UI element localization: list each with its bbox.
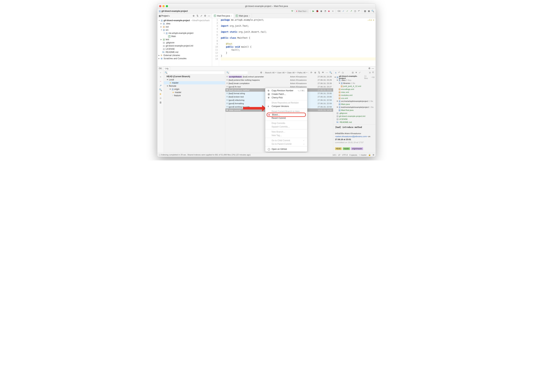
git-branch-status[interactable]: ⑂ master [359,154,367,156]
star-icon[interactable]: ★ [159,93,162,95]
local-group[interactable]: ▼Local [164,78,225,81]
more-icon[interactable]: ⋯ [325,71,328,74]
tree-item[interactable]: ▤git-bisect-example-project.iml [157,44,212,47]
tree-item[interactable]: CMain [157,35,212,38]
lock-icon[interactable]: 🔒 [368,154,371,156]
menu-cherry-pick[interactable]: ⊕Cherry-Pick [265,96,307,99]
filter-icon[interactable]: ⚙ [260,71,263,74]
cursor-position[interactable]: 14:1 [333,154,336,156]
code-area[interactable]: 1234567891011121314 package me.artspb.ex… [212,18,376,66]
branch-search-input[interactable] [168,71,224,74]
tag-origin-master[interactable]: origin/master [351,147,363,150]
tag-master[interactable]: master [343,147,350,150]
breadcrumb[interactable]: ▥ git-bisect-example-project [159,10,188,12]
change-file[interactable]: ▤ vcs.xml [333,97,376,100]
tree-item[interactable]: ▶⊞Scratches and Consoles [157,57,212,60]
close-icon[interactable]: × [231,15,232,17]
search-everywhere-icon[interactable]: ▦ [364,10,366,13]
expand-all-icon[interactable]: ⇲ [368,71,371,74]
tab-main[interactable]: CMain.java× [234,14,252,18]
revert-icon[interactable]: ↶ [338,71,341,74]
gear-icon[interactable]: ⚙ [204,14,206,17]
menu-open-github[interactable]: ◯Open on GitHub [265,147,307,151]
vcs-rollback-icon[interactable]: ↶ [357,10,360,13]
filter-date[interactable]: Date: All [287,72,295,74]
remote-group[interactable]: ▼Remote [164,84,225,88]
search-icon[interactable]: 🔍 [371,10,374,13]
collapse-all-icon[interactable]: ⇱ [372,71,374,74]
change-file[interactable]: ▤ misc.xml [333,91,376,93]
commit-row[interactable]: [bad] pretend like nothing happensArtem … [225,78,333,82]
target-icon[interactable]: ⊕ [192,14,195,17]
commit-search-input[interactable] [230,71,248,74]
tree-item[interactable]: ▤.gitignore [157,41,212,44]
hide-icon[interactable]: — [371,67,374,70]
arrow-icon[interactable]: ↗ [159,84,162,87]
change-file[interactable]: ▤ LICENSE [333,117,376,121]
change-root[interactable]: ▼▥ git-bisect-example-project 11 files ~… [333,76,376,79]
tree-item[interactable]: ▶▥test [157,38,212,41]
change-file[interactable]: ▤ modules.xml [333,93,376,97]
branch-origin-master[interactable]: ★master [164,91,225,94]
branch-master[interactable]: ★master [164,81,225,84]
group-icon[interactable]: ⊞ [351,71,354,74]
profile-icon[interactable]: ◔ [324,10,327,13]
trash-icon[interactable]: 🗑 [159,101,162,104]
change-file[interactable]: ▤ git-bisect-example-project.iml [333,115,376,117]
refresh-icon[interactable]: ⟳ [310,71,313,74]
change-folder[interactable]: ▼▥ libraries 1 file [333,82,376,85]
run-icon[interactable]: ▶ [312,10,315,13]
hide-icon[interactable]: — [208,14,210,17]
change-file[interactable]: ▤ junit_junit_4_12.xml [333,85,376,88]
menu-copy-revision[interactable]: ⧉Copy Revision Number⌥⇧⌘C [265,89,307,92]
tree-item[interactable]: ▼▥me.artspb.example.project [157,32,212,35]
author-email-link[interactable]: <artem.khvastunov@jetbrains.com> [335,135,368,137]
vcs-update-icon[interactable]: ✓ [342,10,345,13]
change-folder[interactable]: ▼▥ src/me/artspb/example/project 1 file [333,100,376,103]
coverage-icon[interactable]: ◉ [320,10,323,13]
change-file[interactable]: ▤ Main.java [333,103,376,106]
gear-icon[interactable]: ⚙ [368,67,371,70]
tab-maintest[interactable]: CMainTest.java× [212,14,234,18]
collapse-icon[interactable]: ⤢ [200,14,203,17]
menu-compare[interactable]: ±Compare Versions [265,104,307,108]
tree-item[interactable]: M↓README.md [157,51,212,54]
inspection-indicator[interactable]: ⚠ 1 ∧ ∨ [368,19,374,21]
change-file[interactable]: ▤ MainTest.java [333,109,376,112]
compare-icon[interactable]: ± [334,71,337,74]
tree-item[interactable]: ▼▥src [157,28,212,32]
settings-icon[interactable]: ⛭ [159,97,162,100]
tag-head[interactable]: HEAD [335,147,342,150]
menu-create-patch[interactable]: ▤Create Patch… [265,92,307,96]
vcs-history-icon[interactable]: ◷ [354,10,356,13]
stop-icon[interactable]: ■ [331,10,334,13]
expand-icon[interactable]: ⤢ [358,71,361,74]
search-icon[interactable]: 🔍 [159,88,162,91]
menu-revert[interactable]: Revert Commit [265,116,307,120]
change-file[interactable]: ▤ .gitignore [333,112,376,115]
commit-row[interactable]: ◈ origin/feature[bad] extract parameterA… [225,75,333,78]
bisect-toolbar-icon[interactable]: ◆ [327,10,330,13]
tree-root[interactable]: ▼▥git-bisect-example-project ~/IdeaProje… [157,19,212,22]
add-icon[interactable]: ＋ [159,75,162,79]
change-file[interactable]: M↓ README.md [333,121,376,124]
debug-icon[interactable]: 🐞 [316,10,319,13]
eye-icon[interactable]: 👁 [322,71,324,74]
tree-item[interactable]: ▶▥out [157,25,212,28]
hammer-build-icon[interactable]: ⚒ [291,10,294,13]
run-config-selector[interactable]: ◈ MainTest ▾ [295,9,309,13]
change-file[interactable]: ▤ encodings.xml [333,88,376,91]
encoding[interactable]: UTF-8 [342,154,348,156]
history-icon[interactable]: ◷ [341,71,344,74]
commit-row[interactable]: [bad] break compilationArtem Khvastunov2… [225,82,333,85]
filter-user[interactable]: User: All [277,72,285,74]
filter-paths[interactable]: Paths: All [297,72,305,74]
line-ending[interactable]: LF [338,154,340,156]
find-icon[interactable]: 🔍 [329,71,332,74]
filter-icon[interactable]: ▼ [355,71,358,74]
back-icon[interactable]: ‹ [160,71,161,74]
close-icon[interactable]: × [249,15,250,17]
expand-icon[interactable]: ⇅ [196,14,199,17]
sort-icon[interactable]: ⇅ [318,71,320,74]
head-branch[interactable]: HEAD (Current Branch) [164,75,225,78]
